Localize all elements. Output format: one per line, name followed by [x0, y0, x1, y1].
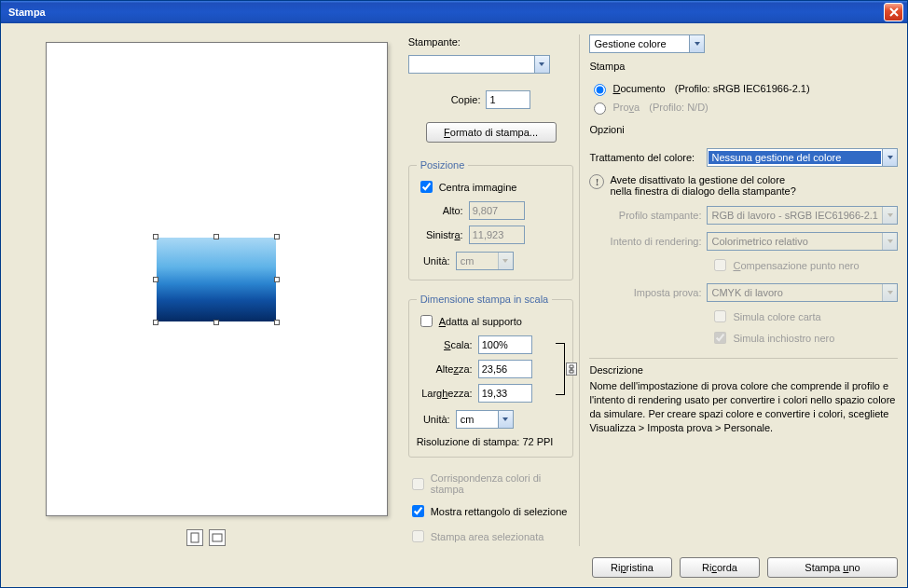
window-title: Stampa: [5, 7, 884, 18]
fit-media-checkbox[interactable]: Adatta al supporto: [417, 312, 566, 330]
resize-handle[interactable]: [274, 234, 280, 239]
printer-label: Stampante:: [408, 36, 574, 48]
prova-profile: (Profilo: N/D): [649, 102, 709, 113]
simula-inchiostro-checkbox: Simula inchiostro nero: [710, 329, 898, 347]
scale-input[interactable]: [478, 335, 532, 354]
top-label: Alto:: [417, 205, 463, 216]
dim-unit-select[interactable]: cm: [456, 410, 514, 429]
show-bbox-checkbox[interactable]: Mostra rettangolo di selezione: [408, 502, 574, 520]
resize-handle[interactable]: [153, 234, 158, 239]
landscape-button[interactable]: [209, 529, 226, 546]
resize-handle[interactable]: [213, 234, 219, 239]
scaled-size-fieldset: Dimensione stampa in scala Adatta al sup…: [408, 294, 574, 458]
section-select-value: Gestione colore: [590, 38, 689, 49]
print-selection-checkbox: Stampa area selezionata: [408, 527, 574, 545]
print-dialog: Stampa: [0, 0, 908, 588]
svg-rect-0: [191, 533, 199, 542]
simula-carta-checkbox: Simula colore carta: [710, 308, 898, 325]
resize-handle[interactable]: [153, 320, 158, 325]
descrizione-text: Nome dell'impostazione di prova colore c…: [589, 376, 898, 546]
documento-label: Documento: [612, 83, 665, 94]
prova-radio[interactable]: Prova (Profilo: N/D): [589, 100, 898, 115]
dim-unit-value: cm: [457, 414, 498, 425]
position-fieldset: Posizione Centra immagine Alto: Sinistra…: [408, 159, 574, 280]
center-image-input[interactable]: [420, 181, 433, 193]
print-selection-label: Stampa area selezionata: [431, 531, 544, 542]
link-toggle[interactable]: [566, 362, 577, 376]
print-resolution: Risoluzione di stampa: 72 PPI: [417, 436, 566, 447]
preview-column: [10, 34, 403, 546]
imposta-prova-value: CMYK di lavoro: [708, 287, 882, 298]
resize-handle[interactable]: [153, 277, 158, 282]
landscape-icon: [212, 533, 223, 542]
left-input: [469, 226, 525, 244]
link-bracket: [556, 343, 565, 395]
compensazione-checkbox: Compensazione punto nero: [710, 256, 898, 274]
simula-inchiostro-label: Simula inchiostro nero: [733, 333, 834, 344]
print-one-button[interactable]: Stampa uno: [767, 557, 898, 578]
height-input[interactable]: [478, 360, 532, 378]
chevron-down-icon: [882, 149, 897, 166]
profilo-stampante-value: RGB di lavoro - sRGB IEC61966-2.1: [708, 210, 882, 221]
preview-image-content: [157, 238, 276, 321]
preview-image[interactable]: [157, 238, 276, 321]
center-image-label: Centra immagine: [439, 182, 517, 193]
chevron-down-icon: [882, 233, 897, 250]
chain-icon: [568, 364, 575, 374]
imposta-prova-select: CMYK di lavoro: [707, 283, 898, 302]
resize-handle[interactable]: [274, 277, 280, 282]
match-colors-label: Corrispondenza colori di stampa: [431, 472, 574, 495]
show-bbox-label: Mostra rettangolo di selezione: [431, 506, 568, 517]
simula-carta-input: [714, 310, 726, 322]
settings-column: Stampante: Copie: Formato di stampa... P…: [408, 34, 574, 546]
left-label: Sinistra:: [417, 229, 463, 240]
printer-select[interactable]: [408, 55, 550, 74]
close-button[interactable]: [884, 3, 903, 21]
show-bbox-input[interactable]: [412, 505, 424, 517]
width-label: Larghezza:: [417, 388, 473, 399]
position-legend: Posizione: [417, 159, 469, 171]
width-input[interactable]: [478, 384, 532, 403]
close-icon: [889, 7, 899, 17]
scaled-size-legend: Dimensione stampa in scala: [417, 294, 553, 305]
warning-icon: !: [589, 174, 604, 189]
trattamento-select[interactable]: Nessuna gestione del colore: [707, 148, 898, 167]
stampa-heading: Stampa: [589, 61, 898, 72]
profilo-stampante-label: Profilo stampante:: [589, 210, 701, 221]
copies-label: Copie:: [451, 94, 481, 105]
intento-value: Colorimetrico relativo: [708, 236, 882, 247]
chevron-down-icon: [882, 284, 897, 301]
copies-input[interactable]: [486, 90, 530, 109]
match-colors-input: [412, 478, 424, 490]
resize-handle[interactable]: [274, 320, 280, 325]
section-select[interactable]: Gestione colore: [589, 34, 705, 53]
fit-media-input[interactable]: [420, 315, 433, 327]
reset-button[interactable]: Ripristina: [592, 557, 672, 578]
chevron-down-icon: [498, 411, 513, 428]
documento-radio-input[interactable]: [594, 84, 606, 96]
portrait-button[interactable]: [186, 529, 203, 546]
trattamento-value: Nessuna gestione del colore: [709, 151, 881, 164]
chevron-down-icon: [689, 35, 704, 52]
documento-radio[interactable]: Documento (Profilo: sRGB IEC61966-2.1): [589, 81, 898, 96]
documento-profile: (Profilo: sRGB IEC61966-2.1): [675, 83, 810, 94]
remember-button[interactable]: Ricorda: [680, 557, 760, 578]
match-colors-checkbox: Corrispondenza colori di stampa: [408, 472, 574, 495]
center-image-checkbox[interactable]: Centra immagine: [417, 178, 566, 196]
preview-frame[interactable]: [46, 42, 388, 516]
pos-unit-select: cm: [456, 252, 514, 270]
chevron-down-icon: [882, 207, 897, 224]
print-selection-input: [412, 530, 424, 542]
pos-unit-label: Unità:: [417, 255, 450, 267]
fit-media-label: Adatta al supporto: [439, 316, 522, 327]
opzioni-heading: Opzioni: [589, 124, 898, 135]
page-setup-button[interactable]: Formato di stampa...: [426, 122, 557, 143]
orientation-buttons: [10, 524, 403, 546]
compensazione-input: [714, 259, 726, 271]
simula-inchiostro-input: [714, 332, 726, 344]
titlebar[interactable]: Stampa: [1, 1, 907, 23]
dim-unit-label: Unità:: [417, 414, 450, 425]
top-input: [469, 201, 525, 220]
prova-radio-input[interactable]: [594, 103, 606, 115]
resize-handle[interactable]: [213, 320, 219, 325]
